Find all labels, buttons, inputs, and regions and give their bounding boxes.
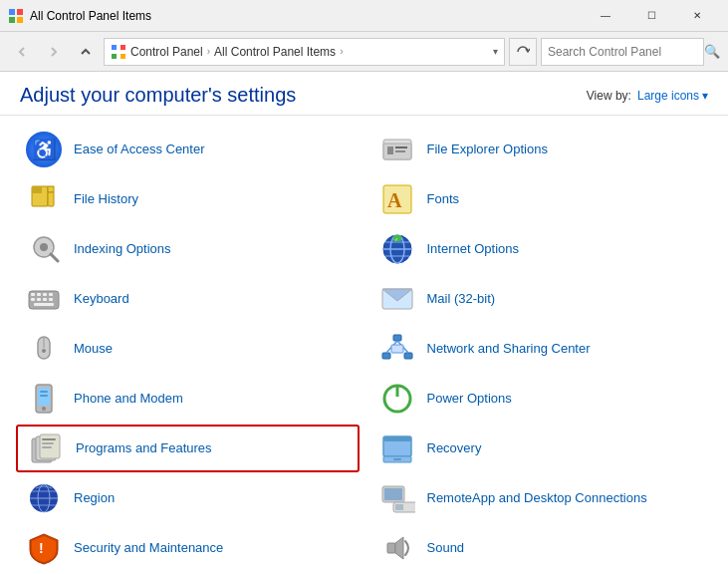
panel-item-keyboard[interactable]: Keyboard xyxy=(16,275,360,323)
maximize-button[interactable]: ☐ xyxy=(628,0,674,32)
panel-item-ease-of-access[interactable]: ♿ Ease of Access Center xyxy=(16,126,360,173)
svg-rect-37 xyxy=(34,303,54,306)
back-button[interactable] xyxy=(8,38,36,66)
svg-rect-14 xyxy=(32,186,42,193)
phone-label: Phone and Modem xyxy=(74,391,183,408)
window-controls: — ☐ ✕ xyxy=(583,0,720,32)
panel-item-internet[interactable]: ✓ Internet Options xyxy=(369,225,713,273)
svg-rect-35 xyxy=(43,298,47,301)
svg-rect-16 xyxy=(48,192,54,206)
svg-rect-43 xyxy=(393,335,401,341)
svg-rect-61 xyxy=(42,446,52,448)
minimize-button[interactable]: — xyxy=(583,0,628,32)
keyboard-icon xyxy=(24,279,64,319)
sound-label: Sound xyxy=(427,540,465,557)
close-button[interactable]: ✕ xyxy=(674,0,720,32)
panel-item-fonts[interactable]: A Fonts xyxy=(369,175,713,223)
file-explorer-label: File Explorer Options xyxy=(427,142,548,158)
panel-item-file-history[interactable]: File History xyxy=(16,175,360,223)
title-bar: All Control Panel Items — ☐ ✕ xyxy=(0,0,728,32)
svg-rect-36 xyxy=(49,298,53,301)
search-box[interactable]: 🔍 xyxy=(541,38,720,66)
view-by-label: View by: xyxy=(587,89,631,103)
fonts-label: Fonts xyxy=(427,191,460,208)
indexing-label: Indexing Options xyxy=(74,241,171,258)
svg-rect-48 xyxy=(391,345,403,353)
svg-rect-33 xyxy=(31,298,35,301)
forward-button[interactable] xyxy=(40,38,68,66)
refresh-icon xyxy=(516,45,530,59)
programs-label: Programs and Features xyxy=(76,440,212,457)
svg-marker-77 xyxy=(395,537,403,559)
ease-of-access-label: Ease of Access Center xyxy=(74,142,205,158)
panel-item-programs[interactable]: Programs and Features xyxy=(16,425,360,472)
panel-item-power[interactable]: Power Options xyxy=(369,375,713,423)
svg-rect-65 xyxy=(393,458,401,460)
fonts-icon: A xyxy=(377,179,417,219)
header-bar: Adjust your computer's settings View by:… xyxy=(0,72,728,116)
svg-rect-10 xyxy=(387,146,393,154)
svg-rect-6 xyxy=(112,54,117,59)
up-icon xyxy=(80,46,92,58)
file-explorer-icon xyxy=(377,130,417,169)
panel-item-region[interactable]: Region xyxy=(16,474,360,522)
region-label: Region xyxy=(74,490,115,507)
file-history-icon xyxy=(24,179,64,219)
remoteapp-label: RemoteApp and Desktop Connections xyxy=(427,490,647,507)
svg-rect-44 xyxy=(382,353,390,359)
mouse-icon xyxy=(24,329,64,369)
programs-icon xyxy=(26,429,66,468)
forward-icon xyxy=(48,46,60,58)
panel-item-remoteapp[interactable]: RemoteApp and Desktop Connections xyxy=(369,474,713,522)
svg-rect-52 xyxy=(40,391,48,393)
up-button[interactable] xyxy=(72,38,100,66)
recovery-icon xyxy=(377,429,417,468)
phone-icon xyxy=(24,379,64,419)
address-bar[interactable]: Control Panel › All Control Panel Items … xyxy=(104,38,505,66)
breadcrumb-all-items[interactable]: All Control Panel Items xyxy=(214,45,336,59)
breadcrumb-control-panel[interactable]: Control Panel xyxy=(130,45,203,59)
panel-item-phone[interactable]: Phone and Modem xyxy=(16,375,360,423)
security-icon: ! xyxy=(24,528,64,568)
panel-item-sound[interactable]: Sound xyxy=(369,524,713,572)
svg-rect-7 xyxy=(121,54,125,59)
panel-item-file-explorer[interactable]: File Explorer Options xyxy=(369,126,713,173)
panel-item-indexing[interactable]: Indexing Options xyxy=(16,225,360,273)
svg-rect-76 xyxy=(387,543,395,553)
navigation-bar: Control Panel › All Control Panel Items … xyxy=(0,32,728,72)
items-grid: ♿ Ease of Access Center File Explorer Op… xyxy=(16,126,712,564)
items-container: ♿ Ease of Access Center File Explorer Op… xyxy=(0,116,728,574)
svg-rect-5 xyxy=(121,45,125,50)
svg-rect-3 xyxy=(17,17,23,23)
svg-rect-4 xyxy=(112,45,117,50)
panel-item-mail[interactable]: Mail (32-bit) xyxy=(369,275,713,323)
svg-text:!: ! xyxy=(39,540,44,556)
svg-rect-59 xyxy=(42,438,56,440)
view-by-control: View by: Large icons ▾ xyxy=(587,89,708,103)
security-label: Security and Maintenance xyxy=(74,540,223,557)
network-label: Network and Sharing Center xyxy=(427,341,591,358)
panel-item-security[interactable]: ! Security and Maintenance xyxy=(16,524,360,572)
panel-item-mouse[interactable]: Mouse xyxy=(16,325,360,373)
remoteapp-icon xyxy=(377,478,417,518)
window-title: All Control Panel Items xyxy=(30,9,583,23)
panel-item-recovery[interactable]: Recovery xyxy=(369,425,713,472)
address-dropdown[interactable]: ▾ xyxy=(493,46,498,57)
svg-rect-63 xyxy=(383,436,411,441)
search-input[interactable] xyxy=(542,45,703,59)
refresh-button[interactable] xyxy=(509,38,537,66)
view-by-value[interactable]: Large icons ▾ xyxy=(637,89,708,103)
search-icon: 🔍 xyxy=(703,38,720,66)
back-icon xyxy=(16,46,28,58)
ease-of-access-icon: ♿ xyxy=(24,130,64,169)
mouse-label: Mouse xyxy=(74,341,113,358)
power-label: Power Options xyxy=(427,391,512,408)
page-title: Adjust your computer's settings xyxy=(20,84,296,107)
power-icon xyxy=(377,379,417,419)
mail-icon xyxy=(377,279,417,319)
svg-rect-74 xyxy=(395,504,403,510)
panel-item-network[interactable]: Network and Sharing Center xyxy=(369,325,713,373)
mail-label: Mail (32-bit) xyxy=(427,291,496,308)
control-panel-icon xyxy=(111,44,126,60)
svg-rect-2 xyxy=(9,17,15,23)
